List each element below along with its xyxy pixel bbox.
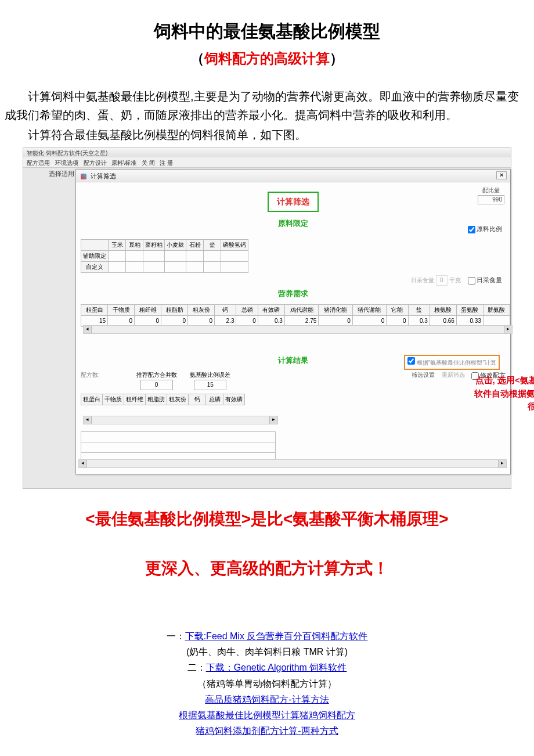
dialog-titlebar: 计算筛选 ✕	[76, 170, 510, 182]
calc-dialog: 计算筛选 ✕ 配比量 990 计算筛选 原料限定 原料比例	[75, 169, 511, 474]
conclusion-line-2: 更深入、更高级的配方计算方式！	[5, 556, 529, 582]
daily-feed-label: 日采食量	[411, 277, 434, 283]
callout-line-2: 软件自动根据氨基酸比例模型计算配方	[458, 387, 534, 401]
aa-model-label: 根据"氨基酸最佳比例模型"计算	[417, 359, 496, 366]
subtitle-close: ）	[330, 51, 344, 66]
nutrient-header: 盐	[408, 305, 430, 316]
merge-label: 推荐配方合并数	[136, 370, 177, 380]
material-header: 菜籽粕	[143, 239, 165, 250]
nutrient-header: 猪消化能	[319, 305, 352, 316]
result-header: 粗蛋白	[81, 394, 103, 405]
scroll-left-icon[interactable]: ◂	[84, 326, 92, 333]
material-header: 石粉	[186, 239, 204, 250]
section-nutrient-demand: 营养需求	[278, 289, 308, 298]
batch-label: 配比量	[478, 186, 504, 195]
nutrient-header: 蛋氨酸	[456, 305, 483, 316]
section-material-limit: 原料限定	[278, 219, 308, 228]
nutrient-header: 总磷	[236, 305, 258, 316]
nutrient-header: 鸡代谢能	[284, 305, 318, 316]
download-link-3[interactable]: 高品质猪鸡饲料配方-计算方法	[205, 694, 329, 704]
menu-item[interactable]: 原料\标准	[111, 160, 136, 166]
menubar: 配方适用 环境选项 配方设计 原料\标准 关 闭 注 册	[23, 157, 511, 168]
dl-label-1: 一：	[167, 631, 185, 641]
menu-item[interactable]: 注 册	[160, 160, 173, 166]
material-header: 盐	[204, 239, 221, 250]
material-header: 玉米	[109, 239, 126, 250]
window-titlebar: 智能化·饲料配方软件(天空之星)	[23, 148, 511, 157]
dl-note-1: (奶牛、肉牛、肉羊饲料日粮 TMR 计算)	[5, 644, 529, 660]
section-calc-result: 计算结果	[278, 356, 308, 365]
scroll-left-icon[interactable]: ◂	[84, 416, 92, 424]
nutrient-header: 猪代谢能	[352, 305, 386, 316]
nutrient-header: 粗纤维	[135, 305, 161, 316]
nutrient-header: 钙	[215, 305, 236, 316]
daily-feed-chk-label: 日采食量	[477, 276, 502, 283]
result-header: 总磷	[206, 394, 223, 405]
close-button[interactable]: ✕	[496, 171, 507, 179]
result-header: 粗灰份	[167, 394, 189, 405]
nutrient-header: 粗蛋白	[81, 305, 108, 316]
material-header-row: 玉米 豆粕 菜籽粕 小麦麸 石粉 盐 磷酸氢钙	[81, 239, 248, 250]
result-header-row: 粗蛋白 干物质 粗纤维 粗脂肪 粗灰份 钙 总磷 有效磷	[81, 394, 245, 405]
scroll-right-icon[interactable]: ▸	[498, 460, 506, 467]
aa-model-checkbox[interactable]	[407, 357, 415, 365]
daily-feed-checkbox[interactable]	[468, 277, 475, 285]
dl-note-2: （猪鸡等单胃动物饲料配方计算）	[5, 676, 529, 692]
callout-line-3: 很简单!!!!!	[458, 400, 534, 413]
custom-label: 自定义	[81, 261, 109, 272]
subtitle-red: 饲料配方的高级计算	[204, 51, 330, 66]
scroll-right-icon[interactable]: ▸	[269, 416, 277, 424]
dialog-icon	[81, 174, 86, 179]
result-header: 粗脂肪	[146, 394, 167, 405]
material-ratio-checkbox[interactable]	[468, 226, 475, 233]
material-header: 小麦麸	[165, 239, 186, 250]
download-block: 一：下载:Feed Mix 反刍营养百分百饲料配方软件 (奶牛、肉牛、肉羊饲料日…	[5, 628, 529, 739]
material-header: 豆粕	[126, 239, 143, 250]
result-header: 粗纤维	[124, 394, 146, 405]
aa-err-input[interactable]: 15	[194, 380, 226, 390]
download-link-5[interactable]: 猪鸡饲料添加剂配方计算-两种方式	[196, 726, 338, 736]
nutrient-header: 赖氨酸	[430, 305, 456, 316]
nutrient-header: 粗灰份	[188, 305, 215, 316]
nutrient-header: 粗脂肪	[161, 305, 188, 316]
nutrient-header: 干物质	[108, 305, 135, 316]
paragraph-1: 计算饲料中氨基酸最佳比例模型,主要是为了动物的营养代谢更高效。即血液中的营养物质…	[5, 87, 529, 124]
scroll-right-icon[interactable]: ▸	[504, 326, 512, 333]
aa-err-label: 氨基酸比例误差	[190, 370, 230, 380]
nutrient-header: 它能	[387, 305, 408, 316]
page-subtitle: （饲料配方的高级计算）	[5, 48, 529, 70]
filter-setting-link[interactable]: 筛选设置	[412, 370, 435, 380]
custom-row: 自定义	[81, 261, 248, 272]
nutrient-header: 有效磷	[258, 305, 284, 316]
select-apply-button[interactable]: 选择适用	[49, 169, 74, 179]
material-ratio-label: 原料比例	[477, 225, 502, 232]
callout-line-1: 点击, 选用<氨基酸最佳比例模型计算>	[458, 374, 534, 387]
nutrient-header-row: 粗蛋白 干物质 粗纤维 粗脂肪 粗灰份 钙 总磷 有效磷 鸡代谢能 猪消化能 猪…	[81, 305, 510, 316]
result-header: 钙	[189, 394, 206, 405]
dl-label-2: 二：	[187, 663, 206, 672]
result-header: 干物质	[103, 394, 124, 405]
dialog-title: 计算筛选	[91, 172, 116, 179]
daily-feed-unit: 千克	[449, 277, 461, 283]
menu-item[interactable]: 配方设计	[84, 160, 107, 166]
download-link-2[interactable]: 下载：Genetic Algorithm 饲料软件	[206, 663, 347, 672]
scroll-left-icon[interactable]: ◂	[79, 460, 87, 467]
merge-input[interactable]: 0	[140, 380, 173, 390]
calc-filter-button[interactable]: 计算筛选	[268, 192, 319, 211]
subtitle-open: （	[190, 51, 204, 66]
daily-feed-input[interactable]: 0	[436, 275, 448, 286]
result-header: 有效磷	[223, 394, 245, 405]
menu-item[interactable]: 配方适用	[27, 160, 50, 166]
batch-input[interactable]: 990	[478, 195, 504, 204]
aux-limit-row: 辅助限定	[81, 250, 248, 261]
conclusion-line-1: <最佳氨基酸比例模型>是比<氨基酸平衡木桶原理>	[5, 506, 529, 532]
recipe-count-label: 配方数:	[81, 372, 100, 378]
download-link-1[interactable]: 下载:Feed Mix 反刍营养百分百饲料配方软件	[185, 631, 368, 641]
aux-limit-label: 辅助限定	[81, 250, 109, 261]
red-callout: 点击, 选用<氨基酸最佳比例模型计算> 软件自动根据氨基酸比例模型计算配方 很简…	[458, 374, 534, 413]
nutrient-header: 胱氨酸	[483, 305, 510, 316]
menu-item[interactable]: 关 闭	[142, 160, 155, 166]
page-title: 饲料中的最佳氨基酸比例模型	[5, 17, 529, 45]
menu-item[interactable]: 环境选项	[55, 160, 78, 166]
download-link-4[interactable]: 根据氨基酸最佳比例模型计算猪鸡饲料配方	[179, 710, 355, 720]
